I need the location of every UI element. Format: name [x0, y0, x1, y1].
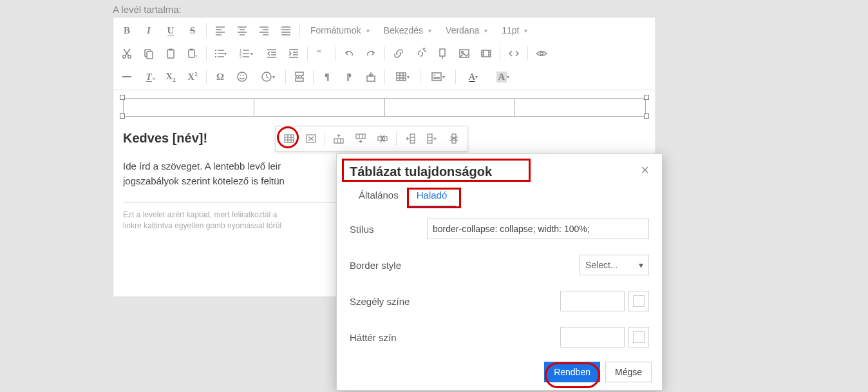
- resize-handle[interactable]: [120, 95, 125, 100]
- separator: [285, 70, 286, 84]
- resize-handle[interactable]: [644, 113, 649, 119]
- cancel-button[interactable]: Mégse: [605, 362, 652, 382]
- anchor-button[interactable]: [431, 43, 453, 64]
- table-delete-button[interactable]: [300, 128, 322, 150]
- backcolor-button[interactable]: A▾: [488, 66, 518, 88]
- separator: [335, 46, 335, 61]
- insert-button[interactable]: [360, 66, 382, 88]
- template-button[interactable]: ▾: [423, 66, 453, 88]
- blockquote-button[interactable]: “: [310, 43, 332, 64]
- ltr-button[interactable]: ¶: [316, 66, 338, 88]
- border-style-row: Border style Select... ▾: [350, 255, 649, 275]
- separator: [527, 46, 528, 61]
- separator: [299, 23, 300, 37]
- svg-rect-75: [397, 73, 406, 81]
- border-color-input[interactable]: [560, 291, 625, 311]
- format-dropdown[interactable]: Formátumok▾: [303, 19, 376, 41]
- col-before-button[interactable]: [399, 128, 421, 150]
- code-button[interactable]: [503, 43, 525, 64]
- dialog-header: Táblázat tulajdonságok ×: [337, 154, 662, 186]
- size-dropdown[interactable]: 11pt▾: [494, 19, 534, 41]
- close-button[interactable]: ×: [641, 164, 649, 176]
- format-label: Formátumok: [310, 25, 361, 35]
- paragraph-dropdown[interactable]: Bekezdés▾: [376, 19, 438, 41]
- undo-button[interactable]: [338, 43, 360, 64]
- align-center-button[interactable]: [231, 19, 253, 41]
- clear-format-button[interactable]: T×: [138, 66, 160, 88]
- forecolor-button[interactable]: A▾: [458, 66, 488, 88]
- underline-button[interactable]: U: [160, 19, 182, 41]
- subscript-button[interactable]: X2: [160, 66, 182, 88]
- paste-button[interactable]: [160, 43, 182, 64]
- col-after-button[interactable]: [421, 128, 443, 150]
- font-dropdown[interactable]: Verdana▾: [438, 19, 494, 41]
- chevron-down-icon: ▾: [639, 260, 643, 270]
- resize-handle[interactable]: [644, 95, 649, 100]
- hr-button[interactable]: [116, 66, 138, 88]
- bold-button[interactable]: B: [116, 19, 138, 41]
- unlink-button[interactable]: [410, 43, 431, 64]
- bullet-list-button[interactable]: ▾: [209, 43, 231, 64]
- style-row: Stílus: [350, 219, 649, 239]
- italic-button[interactable]: I: [138, 19, 160, 41]
- separator: [206, 70, 207, 84]
- svg-text:3: 3: [240, 55, 242, 59]
- bg-color-picker[interactable]: [628, 327, 649, 348]
- image-button[interactable]: [453, 43, 475, 64]
- table-properties-button[interactable]: [278, 128, 300, 150]
- emoji-button[interactable]: [231, 66, 253, 88]
- paste-text-button[interactable]: T: [182, 43, 203, 64]
- indent-button[interactable]: [283, 43, 305, 64]
- border-style-label: Border style: [350, 260, 427, 271]
- svg-rect-25: [190, 49, 193, 51]
- row-delete-button[interactable]: [372, 128, 393, 150]
- chevron-down-icon: ▾: [366, 27, 370, 34]
- toolbar-row-3: T× X2 X2 Ω ▾ ¶ ¶ ▾ ▾ A▾ A▾: [116, 65, 653, 88]
- datetime-button[interactable]: ▾: [253, 66, 283, 88]
- align-right-button[interactable]: [253, 19, 275, 41]
- link-button[interactable]: [388, 43, 410, 64]
- media-button[interactable]: [475, 43, 497, 64]
- toolbar-row-1: B I U S Formátumok▾ Bekezdés▾ Verdana▾ 1…: [116, 19, 653, 42]
- border-style-select[interactable]: Select... ▾: [580, 255, 649, 275]
- separator: [455, 70, 456, 84]
- tab-advanced[interactable]: Haladó: [408, 186, 457, 207]
- col-delete-button[interactable]: [443, 128, 465, 150]
- outdent-button[interactable]: [261, 43, 283, 64]
- row-after-button[interactable]: [350, 128, 372, 150]
- content-table[interactable]: [123, 98, 646, 117]
- superscript-button[interactable]: X2: [182, 66, 203, 88]
- number-list-button[interactable]: 123▾: [231, 43, 261, 64]
- redo-button[interactable]: [360, 43, 382, 64]
- svg-rect-51: [440, 49, 445, 56]
- svg-point-27: [215, 50, 216, 51]
- dialog-footer: Rendben Mégse: [544, 362, 652, 382]
- separator: [313, 70, 314, 84]
- resize-handle[interactable]: [120, 113, 125, 119]
- special-char-button[interactable]: Ω: [209, 66, 231, 88]
- cut-button[interactable]: [116, 43, 138, 64]
- border-color-label: Szegély színe: [350, 296, 427, 307]
- tab-general[interactable]: Általános: [350, 186, 408, 207]
- chevron-down-icon: ▾: [442, 74, 445, 80]
- separator: [396, 132, 397, 146]
- svg-line-69: [267, 77, 269, 78]
- table-button[interactable]: ▾: [388, 66, 417, 88]
- chevron-down-icon: ▾: [475, 74, 478, 80]
- align-justify-button[interactable]: [275, 19, 297, 41]
- style-label: Stílus: [350, 224, 427, 235]
- strike-button[interactable]: S: [182, 19, 203, 41]
- bg-color-input[interactable]: [560, 327, 625, 348]
- align-left-button[interactable]: [209, 19, 231, 41]
- pagebreak-button[interactable]: [288, 66, 310, 88]
- preview-button[interactable]: [531, 43, 552, 64]
- row-before-button[interactable]: [328, 128, 350, 150]
- border-color-row: Szegély színe: [350, 291, 649, 311]
- style-input[interactable]: [427, 219, 649, 239]
- ok-button[interactable]: Rendben: [544, 362, 600, 382]
- rtl-button[interactable]: ¶: [338, 66, 360, 88]
- border-color-picker[interactable]: [628, 291, 649, 311]
- svg-point-17: [128, 55, 131, 59]
- separator: [206, 46, 207, 61]
- copy-button[interactable]: [138, 43, 160, 64]
